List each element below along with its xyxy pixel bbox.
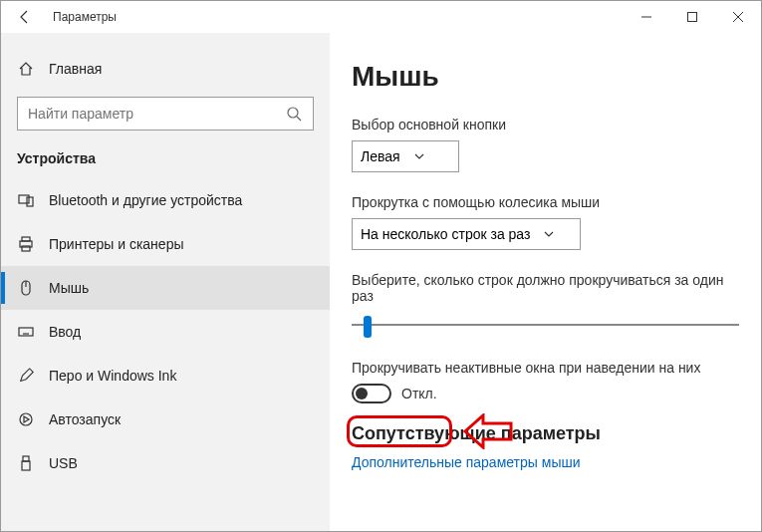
scroll-wheel-value: На несколько строк за раз xyxy=(361,226,530,242)
toggle-state-label: Откл. xyxy=(401,386,437,401)
sidebar-item-printers[interactable]: Принтеры и сканеры xyxy=(1,222,330,266)
home-label: Главная xyxy=(49,61,102,77)
titlebar: Параметры xyxy=(1,1,761,33)
svg-rect-13 xyxy=(19,328,33,336)
additional-mouse-options-link[interactable]: Дополнительные параметры мыши xyxy=(352,454,739,470)
minimize-button[interactable] xyxy=(624,1,669,33)
devices-icon xyxy=(17,192,35,208)
sidebar-item-label: Перо и Windows Ink xyxy=(49,368,176,384)
svg-rect-8 xyxy=(22,237,30,241)
close-button[interactable] xyxy=(715,1,761,33)
sidebar-item-label: Принтеры и сканеры xyxy=(49,236,183,252)
sidebar-item-typing[interactable]: Ввод xyxy=(1,310,330,354)
usb-icon xyxy=(17,455,35,471)
sidebar-item-label: Мышь xyxy=(49,280,89,296)
pen-icon xyxy=(17,368,35,384)
related-heading: Сопутствующие параметры xyxy=(352,423,739,444)
sidebar-item-usb[interactable]: USB xyxy=(1,441,330,485)
sidebar-item-mouse[interactable]: Мышь xyxy=(1,266,330,310)
svg-point-4 xyxy=(288,108,298,118)
page-title: Мышь xyxy=(352,61,739,93)
home-icon xyxy=(17,61,35,77)
sidebar-item-pen[interactable]: Перо и Windows Ink xyxy=(1,354,330,398)
lines-slider[interactable] xyxy=(352,314,739,338)
lines-label: Выберите, сколько строк должно прокручив… xyxy=(352,272,730,304)
chevron-down-icon xyxy=(412,150,426,162)
primary-button-label: Выбор основной кнопки xyxy=(352,117,739,133)
maximize-button[interactable] xyxy=(669,1,715,33)
scroll-wheel-label: Прокрутка с помощью колесика мыши xyxy=(352,194,739,210)
chevron-down-icon xyxy=(542,228,556,240)
svg-rect-20 xyxy=(22,461,30,470)
slider-track xyxy=(352,324,739,326)
toggle-knob xyxy=(356,388,368,399)
window-title: Параметры xyxy=(49,10,117,24)
keyboard-icon xyxy=(17,324,35,340)
primary-button-value: Левая xyxy=(361,148,400,164)
sidebar-item-autoplay[interactable]: Автозапуск xyxy=(1,398,330,441)
search-input[interactable] xyxy=(28,106,285,122)
svg-rect-7 xyxy=(27,197,33,206)
sidebar-item-label: Bluetooth и другие устройства xyxy=(49,192,242,208)
search-icon xyxy=(285,106,303,122)
svg-rect-19 xyxy=(23,456,29,461)
scroll-wheel-select[interactable]: На несколько строк за раз xyxy=(352,218,581,250)
sidebar-item-home[interactable]: Главная xyxy=(1,51,330,87)
sidebar-item-label: USB xyxy=(49,455,78,471)
svg-rect-1 xyxy=(688,13,697,22)
mouse-icon xyxy=(17,280,35,296)
back-button[interactable] xyxy=(1,1,49,33)
sidebar-item-label: Автозапуск xyxy=(49,411,121,427)
inactive-scroll-label: Прокручивать неактивные окна при наведен… xyxy=(352,360,739,376)
sidebar: Главная Устройства Bluetooth и другие ус… xyxy=(1,33,330,531)
sidebar-item-label: Ввод xyxy=(49,324,81,340)
main-panel: Мышь Выбор основной кнопки Левая Прокрут… xyxy=(330,33,761,531)
svg-point-18 xyxy=(20,413,32,425)
sidebar-item-bluetooth[interactable]: Bluetooth и другие устройства xyxy=(1,178,330,222)
primary-button-select[interactable]: Левая xyxy=(352,140,459,172)
sidebar-category-title: Устройства xyxy=(1,144,330,178)
printer-icon xyxy=(17,236,35,252)
svg-line-5 xyxy=(297,117,301,121)
search-box[interactable] xyxy=(17,97,314,131)
inactive-scroll-toggle[interactable] xyxy=(352,384,391,403)
slider-thumb[interactable] xyxy=(364,316,372,338)
autoplay-icon xyxy=(17,411,35,427)
